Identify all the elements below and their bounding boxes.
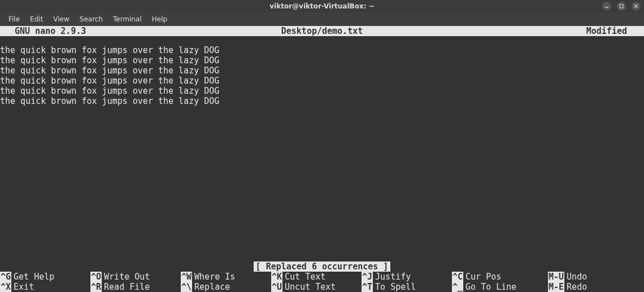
shortcut-redo: M-ERedo: [548, 282, 616, 292]
shortcut-key: ^R: [90, 282, 102, 292]
shortcut-key: ^K: [271, 272, 282, 282]
nano-shortcuts: ^GGet Help ^OWrite Out ^WWhere Is ^KCut …: [0, 272, 644, 292]
shortcut-label: Cur Pos: [463, 272, 501, 282]
nano-status-wrap: [ Replaced 6 occurrences ]: [0, 262, 644, 272]
shortcut-key: ^T: [362, 282, 373, 292]
menu-terminal[interactable]: Terminal: [108, 14, 147, 25]
shortcut-label: Justify: [373, 272, 411, 282]
nano-modified: Modified: [586, 26, 644, 36]
window-controls: [602, 0, 641, 12]
nano-header: GNU nano 2.9.3 Desktop/demo.txt Modified: [0, 26, 644, 36]
buffer-line: the quick brown fox jumps over the lazy …: [0, 66, 644, 76]
menubar: File Edit View Search Terminal Help: [0, 12, 644, 26]
shortcut-justify: ^JJustify: [362, 272, 452, 282]
shortcut-key: ^\: [181, 282, 192, 292]
minimize-button[interactable]: [602, 2, 611, 11]
menu-help[interactable]: Help: [147, 14, 172, 25]
nano-status-message: [ Replaced 6 occurrences ]: [254, 262, 391, 272]
shortcut-get-help: ^GGet Help: [0, 272, 90, 282]
shortcut-row-2: ^XExit ^RRead File ^\Replace ^UUncut Tex…: [0, 282, 644, 292]
shortcut-key: ^G: [0, 272, 11, 282]
shortcut-label: Cut Text: [282, 272, 325, 282]
buffer-line: the quick brown fox jumps over the lazy …: [0, 86, 644, 96]
shortcut-label: Redo: [564, 282, 587, 292]
nano-buffer[interactable]: the quick brown fox jumps over the lazy …: [0, 36, 644, 106]
shortcut-key: ^O: [90, 272, 102, 282]
menu-edit[interactable]: Edit: [25, 14, 48, 25]
buffer-line: the quick brown fox jumps over the lazy …: [0, 55, 644, 66]
shortcut-key: ^W: [181, 272, 192, 282]
shortcut-label: Get Help: [11, 272, 54, 282]
shortcut-to-spell: ^TTo Spell: [362, 282, 452, 292]
shortcut-read-file: ^RRead File: [90, 282, 181, 292]
shortcut-uncut-text: ^UUncut Text: [271, 282, 362, 292]
nano-filename: Desktop/demo.txt: [0, 26, 644, 36]
shortcut-key: ^C: [452, 272, 463, 282]
shortcut-label: Read File: [102, 282, 150, 292]
shortcut-cur-pos: ^CCur Pos: [452, 272, 548, 282]
shortcut-cut-text: ^KCut Text: [271, 272, 362, 282]
shortcut-undo: M-UUndo: [548, 272, 616, 282]
buffer-line: the quick brown fox jumps over the lazy …: [0, 76, 644, 86]
buffer-line: the quick brown fox jumps over the lazy …: [0, 96, 644, 106]
shortcut-key: ^U: [271, 282, 282, 292]
shortcut-label: To Spell: [373, 282, 416, 292]
shortcut-where-is: ^WWhere Is: [181, 272, 271, 282]
shortcut-write-out: ^OWrite Out: [90, 272, 181, 282]
shortcut-label: Where Is: [192, 272, 235, 282]
shortcut-key: M-U: [548, 272, 564, 282]
shortcut-row-1: ^GGet Help ^OWrite Out ^WWhere Is ^KCut …: [0, 272, 644, 282]
buffer-line: the quick brown fox jumps over the lazy …: [0, 45, 644, 55]
shortcut-label: Uncut Text: [282, 282, 336, 292]
shortcut-key: ^J: [362, 272, 373, 282]
menu-search[interactable]: Search: [75, 14, 108, 25]
window-titlebar: viktor@viktor-VirtualBox: ~: [0, 0, 644, 12]
window-title: viktor@viktor-VirtualBox: ~: [269, 2, 375, 10]
shortcut-label: Exit: [11, 282, 34, 292]
shortcut-key: ^_: [452, 282, 463, 292]
close-button[interactable]: [632, 2, 641, 11]
maximize-button[interactable]: [617, 2, 626, 11]
shortcut-label: Undo: [564, 272, 587, 282]
terminal[interactable]: GNU nano 2.9.3 Desktop/demo.txt Modified…: [0, 26, 644, 292]
shortcut-label: Go To Line: [463, 282, 516, 292]
shortcut-label: Replace: [192, 282, 230, 292]
shortcut-go-to-line: ^_Go To Line: [452, 282, 548, 292]
svg-rect-1: [620, 5, 623, 8]
menu-view[interactable]: View: [48, 14, 74, 25]
menu-file[interactable]: File: [3, 14, 25, 25]
shortcut-key: M-E: [548, 282, 564, 292]
shortcut-exit: ^XExit: [0, 282, 90, 292]
shortcut-replace: ^\Replace: [181, 282, 271, 292]
shortcut-key: ^X: [0, 282, 11, 292]
shortcut-label: Write Out: [102, 272, 150, 282]
